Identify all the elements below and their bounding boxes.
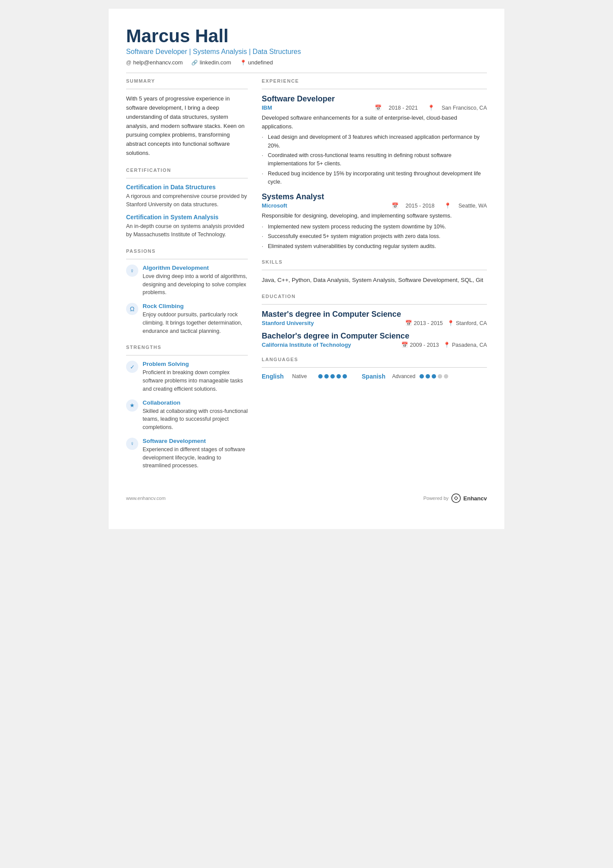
exp-desc-0: Developed software enhancements for a su…	[262, 114, 487, 131]
location-icon-0: 📍	[428, 104, 435, 111]
email-contact: @ help@enhancv.com	[126, 59, 183, 66]
experience-label: EXPERIENCE	[262, 78, 487, 84]
passion-title-0: Algorithm Development	[143, 265, 248, 271]
passion-desc-1: Enjoy outdoor pursuits, particularly roc…	[143, 311, 248, 335]
header-divider	[126, 73, 487, 73]
passion-title-1: Rock Climbing	[143, 303, 248, 309]
resume-page: Marcus Hall Software Developer | Systems…	[109, 9, 504, 529]
lang-english-name: English	[262, 373, 288, 380]
strength-icon-1: ★	[126, 399, 138, 412]
dot-en-1	[318, 374, 323, 379]
cert-title-1: Certification in System Analysis	[126, 214, 248, 221]
strength-content-2: Software Development Experienced in diff…	[143, 438, 248, 470]
cert-item-0: Certification in Data Structures A rigor…	[126, 184, 248, 209]
passions-label: PASSIONS	[126, 248, 248, 254]
strengths-label: STRENGTHS	[126, 345, 248, 350]
skills-divider	[262, 270, 487, 270]
left-column: SUMMARY With 5 years of progressive expe…	[126, 78, 248, 476]
bullet-1-1: Successfully executed 5+ system migratio…	[262, 232, 487, 241]
strength-item-1: ★ Collaboration Skilled at collaborating…	[126, 399, 248, 432]
candidate-name: Marcus Hall	[126, 26, 487, 46]
exp-meta-row-1: Microsoft 📅 2015 - 2018 📍 Seattle, WA	[262, 202, 487, 209]
passion-item-0: ♀ Algorithm Development Love diving deep…	[126, 265, 248, 297]
strength-title-2: Software Development	[143, 438, 248, 444]
strength-content-1: Collaboration Skilled at collaborating w…	[143, 399, 248, 432]
bullet-0-2: Reduced bug incidence by 15% by incorpor…	[262, 170, 487, 187]
main-layout: SUMMARY With 5 years of progressive expe…	[126, 78, 487, 476]
footer-brand: Powered by Enhancv	[423, 493, 487, 503]
dot-en-2	[324, 374, 329, 379]
linkedin-contact: 🔗 linkedin.com	[191, 59, 231, 66]
footer-website: www.enhancv.com	[126, 496, 166, 501]
experience-item-1: Systems Analyst Microsoft 📅 2015 - 2018 …	[262, 192, 487, 251]
exp-desc-1: Responsible for designing, developing, a…	[262, 211, 487, 220]
summary-label: SUMMARY	[126, 78, 248, 84]
education-divider	[262, 304, 487, 305]
edu-row-1: California Institute of Technology 📅 200…	[262, 342, 487, 348]
header-section: Marcus Hall Software Developer | Systems…	[126, 26, 487, 66]
strength-desc-1: Skilled at collaborating with cross-func…	[143, 407, 248, 432]
passion-content-0: Algorithm Development Love diving deep i…	[143, 265, 248, 297]
strengths-divider	[126, 355, 248, 355]
education-item-1: Bachelor's degree in Computer Science Ca…	[262, 332, 487, 348]
edu-institution-1: California Institute of Technology	[262, 342, 351, 348]
edu-row-0: Stanford University 📅 2013 - 2015 📍 Stan…	[262, 320, 487, 326]
svg-point-0	[452, 494, 460, 503]
passion-content-1: Rock Climbing Enjoy outdoor pursuits, pa…	[143, 303, 248, 335]
strength-title-1: Collaboration	[143, 399, 248, 406]
bullet-0-0: Lead design and development of 3 feature…	[262, 133, 487, 150]
footer: www.enhancv.com Powered by Enhancv	[126, 493, 487, 503]
dot-es-3	[432, 374, 436, 379]
certification-label: CERTIFICATION	[126, 168, 248, 173]
contact-row: @ help@enhancv.com 🔗 linkedin.com 📍 unde…	[126, 59, 487, 66]
summary-divider	[126, 89, 248, 89]
candidate-tagline: Software Developer | Systems Analysis | …	[126, 48, 487, 56]
passion-item-1: Ω Rock Climbing Enjoy outdoor pursuits, …	[126, 303, 248, 335]
location-icon: 📍	[240, 60, 247, 66]
dot-es-2	[426, 374, 430, 379]
strength-desc-2: Experienced in different stages of softw…	[143, 446, 248, 470]
strength-title-0: Problem Solving	[143, 361, 248, 367]
linkedin-text: linkedin.com	[200, 59, 231, 66]
exp-bullets-0: Lead design and development of 3 feature…	[262, 133, 487, 186]
experience-item-0: Software Developer IBM 📅 2018 - 2021 📍 S…	[262, 94, 487, 186]
dot-en-3	[330, 374, 335, 379]
languages-label: LANGUAGES	[262, 357, 487, 362]
passions-list: ♀ Algorithm Development Love diving deep…	[126, 265, 248, 335]
language-row: English Native Spanish Advanced	[262, 373, 487, 380]
dot-es-5	[444, 374, 448, 379]
languages-divider	[262, 367, 487, 368]
cert-desc-0: A rigorous and comprehensive course prov…	[126, 192, 248, 209]
education-item-0: Master's degree in Computer Science Stan…	[262, 310, 487, 326]
education-label: EDUCATION	[262, 294, 487, 299]
strength-item-2: ♀ Software Development Experienced in di…	[126, 438, 248, 470]
right-column: EXPERIENCE Software Developer IBM 📅 2018…	[262, 78, 487, 476]
cert-divider	[126, 178, 248, 178]
location-text: undefined	[248, 59, 273, 66]
bullet-1-2: Eliminated system vulnerabilities by con…	[262, 242, 487, 251]
skills-text: Java, C++, Python, Data Analysis, System…	[262, 275, 487, 285]
edu-institution-0: Stanford University	[262, 320, 314, 326]
strengths-list: ✓ Problem Solving Proficient in breaking…	[126, 361, 248, 470]
cert-item-1: Certification in System Analysis An in-d…	[126, 214, 248, 239]
summary-text: With 5 years of progressive experience i…	[126, 94, 248, 158]
exp-role-0: Software Developer	[262, 94, 487, 104]
location-icon-1: 📍	[444, 202, 451, 209]
exp-company-1: Microsoft	[262, 202, 287, 209]
edu-meta-0: 📅 2013 - 2015 📍 Stanford, CA	[405, 320, 487, 326]
exp-role-1: Systems Analyst	[262, 192, 487, 201]
dot-en-4	[336, 374, 341, 379]
exp-dates-1: 📅 2015 - 2018 📍 Seattle, WA	[392, 202, 487, 209]
dot-es-4	[438, 374, 442, 379]
lang-english-dots	[318, 374, 347, 379]
linkedin-icon: 🔗	[191, 60, 198, 66]
exp-meta-row-0: IBM 📅 2018 - 2021 📍 San Francisco, CA	[262, 104, 487, 111]
calendar-icon-1: 📅	[392, 202, 399, 209]
bullet-1-0: Implemented new system process reducing …	[262, 223, 487, 231]
passion-icon-0: ♀	[126, 265, 138, 277]
lang-spanish-name: Spanish	[362, 373, 388, 380]
cert-title-0: Certification in Data Structures	[126, 184, 248, 191]
bullet-0-1: Coordinated with cross-functional teams …	[262, 151, 487, 168]
location-contact: 📍 undefined	[240, 59, 273, 66]
strength-icon-2: ♀	[126, 438, 138, 450]
